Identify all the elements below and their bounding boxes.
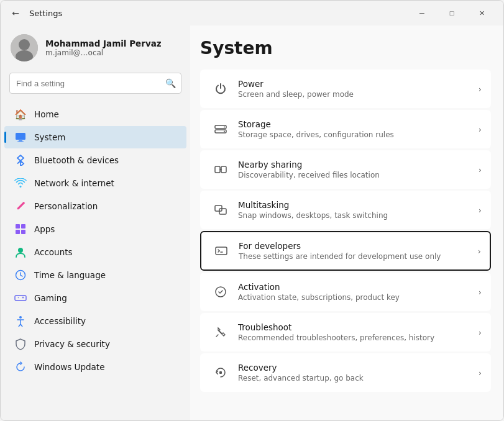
- apps-icon: [14, 223, 27, 235]
- settings-item-desc-activation: Activation state, subscriptions, product…: [238, 293, 472, 302]
- minimize-button[interactable]: ─: [408, 3, 436, 23]
- sidebar-item-gaming[interactable]: Gaming: [4, 287, 186, 309]
- close-button[interactable]: ✕: [467, 3, 496, 23]
- developers-icon: [210, 240, 232, 262]
- svg-point-11: [18, 248, 23, 253]
- sidebar-item-apps[interactable]: Apps: [4, 218, 186, 240]
- svg-rect-22: [221, 166, 226, 173]
- svg-point-1: [19, 39, 30, 50]
- svg-rect-3: [16, 133, 25, 140]
- svg-point-15: [18, 297, 19, 298]
- sidebar-item-bluetooth[interactable]: Bluetooth & devices: [4, 149, 186, 171]
- sidebar-item-time[interactable]: Time & language: [4, 264, 186, 286]
- user-name: Mohammad Jamil Pervaz: [45, 38, 162, 48]
- bluetooth-icon: [14, 154, 27, 166]
- user-email: m.jamil@…ocal: [45, 48, 162, 57]
- titlebar-left: ← Settings: [8, 6, 62, 20]
- settings-item-nearby[interactable]: Nearby sharing Discoverability, received…: [200, 150, 491, 189]
- system-icon: [14, 131, 27, 143]
- sidebar-item-update[interactable]: Windows Update: [4, 356, 186, 378]
- svg-point-16: [19, 316, 22, 319]
- settings-item-text-storage: Storage Storage space, drives, configura…: [232, 119, 479, 139]
- troubleshoot-icon: [209, 321, 232, 343]
- settings-item-multitasking[interactable]: Multitasking Snap windows, desktops, tas…: [200, 191, 491, 229]
- window-controls: ─ □ ✕: [408, 3, 496, 23]
- settings-item-desc-storage: Storage space, drives, configuration rul…: [238, 130, 472, 139]
- sidebar-item-network[interactable]: Network & internet: [4, 172, 186, 194]
- chevron-icon-multitasking: ›: [479, 206, 482, 215]
- settings-item-title-multitasking: Multitasking: [238, 200, 472, 210]
- settings-item-storage[interactable]: Storage Storage space, drives, configura…: [200, 110, 491, 148]
- settings-item-text-multitasking: Multitasking Snap windows, desktops, tas…: [232, 200, 479, 220]
- activation-icon: [209, 281, 232, 303]
- settings-item-text-troubleshoot: Troubleshoot Recommended troubleshooters…: [232, 322, 479, 342]
- sidebar: Mohammad Jamil Pervaz m.jamil@…ocal 🔍 🏠 …: [1, 25, 190, 420]
- svg-point-19: [224, 127, 225, 128]
- settings-item-title-nearby: Nearby sharing: [238, 160, 472, 170]
- svg-point-20: [224, 131, 225, 132]
- multitasking-icon: [209, 199, 232, 221]
- app-window: ← Settings ─ □ ✕ Mohammad Jamil: [0, 0, 504, 421]
- search-icon: 🔍: [165, 78, 176, 88]
- settings-item-title-storage: Storage: [238, 119, 472, 129]
- settings-item-title-power: Power: [238, 79, 472, 89]
- settings-item-title-recovery: Recovery: [238, 363, 472, 373]
- settings-item-desc-developers: These settings are intended for developm…: [239, 252, 472, 261]
- settings-item-power[interactable]: Power Screen and sleep, power mode ›: [200, 70, 491, 108]
- sidebar-item-label-home: Home: [34, 109, 59, 119]
- power-icon: [209, 78, 232, 100]
- svg-rect-8: [21, 224, 25, 229]
- avatar: [11, 34, 38, 61]
- svg-rect-9: [16, 230, 20, 234]
- user-profile[interactable]: Mohammad Jamil Pervaz m.jamil@…ocal: [1, 25, 190, 73]
- sidebar-item-label-gaming: Gaming: [34, 293, 67, 303]
- settings-item-text-recovery: Recovery Reset, advanced startup, go bac…: [232, 363, 479, 383]
- sidebar-item-label-update: Windows Update: [34, 362, 104, 372]
- settings-list: Power Screen and sleep, power mode ›: [200, 70, 491, 392]
- sidebar-item-accounts[interactable]: Accounts: [4, 241, 186, 263]
- settings-item-developers[interactable]: For developers These settings are intend…: [200, 231, 491, 271]
- nearby-icon: [209, 158, 232, 181]
- chevron-icon-nearby: ›: [479, 165, 482, 174]
- sidebar-item-label-bluetooth: Bluetooth & devices: [34, 155, 119, 165]
- settings-item-text-power: Power Screen and sleep, power mode: [232, 79, 479, 99]
- sidebar-item-privacy[interactable]: Privacy & security: [4, 333, 186, 355]
- sidebar-nav: 🏠 Home System: [1, 102, 190, 379]
- chevron-icon-recovery: ›: [479, 368, 482, 378]
- sidebar-item-label-accessibility: Accessibility: [34, 316, 86, 326]
- accessibility-icon: [14, 315, 27, 327]
- settings-item-activation[interactable]: Activation Activation state, subscriptio…: [200, 273, 491, 311]
- sidebar-item-label-apps: Apps: [34, 224, 55, 234]
- window-title: Settings: [29, 9, 62, 18]
- settings-item-text-nearby: Nearby sharing Discoverability, received…: [232, 160, 479, 179]
- maximize-button[interactable]: □: [438, 3, 466, 23]
- settings-item-recovery[interactable]: Recovery Reset, advanced startup, go bac…: [200, 353, 491, 392]
- user-info: Mohammad Jamil Pervaz m.jamil@…ocal: [45, 38, 162, 57]
- sidebar-item-label-system: System: [34, 132, 65, 142]
- search-input[interactable]: [9, 73, 181, 94]
- storage-icon: [209, 118, 232, 140]
- chevron-icon-power: ›: [479, 84, 482, 94]
- network-icon: [14, 177, 27, 189]
- personalization-icon: [14, 200, 27, 212]
- page-title: System: [200, 38, 491, 58]
- svg-line-31: [216, 335, 218, 337]
- sidebar-item-personalization[interactable]: Personalization: [4, 195, 186, 217]
- sidebar-item-label-network: Network & internet: [34, 178, 114, 188]
- main-content: Mohammad Jamil Pervaz m.jamil@…ocal 🔍 🏠 …: [1, 25, 503, 420]
- sidebar-item-label-accounts: Accounts: [34, 247, 73, 257]
- svg-rect-21: [215, 166, 220, 173]
- update-icon: [14, 361, 27, 373]
- sidebar-item-home[interactable]: 🏠 Home: [4, 103, 186, 125]
- svg-rect-32: [219, 371, 222, 374]
- home-icon: 🏠: [14, 108, 27, 120]
- right-panel: System Power Screen and sleep, power mod…: [190, 25, 503, 420]
- sidebar-item-system[interactable]: System: [4, 126, 186, 148]
- sidebar-item-accessibility[interactable]: Accessibility: [4, 310, 186, 332]
- recovery-icon: [209, 361, 232, 384]
- svg-rect-4: [19, 140, 22, 142]
- sidebar-item-label-time: Time & language: [34, 270, 106, 280]
- settings-item-troubleshoot[interactable]: Troubleshoot Recommended troubleshooters…: [200, 313, 491, 351]
- back-button[interactable]: ←: [8, 6, 23, 20]
- chevron-icon-troubleshoot: ›: [479, 328, 482, 337]
